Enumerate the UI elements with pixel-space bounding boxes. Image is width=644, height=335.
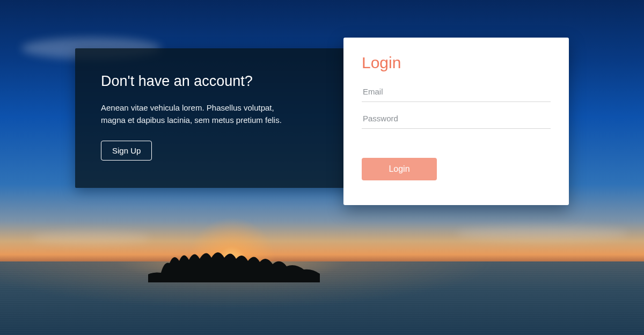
island-silhouette: [148, 245, 320, 282]
cloud-decoration: [456, 225, 628, 242]
login-card: Login Login: [343, 38, 569, 205]
email-field[interactable]: [362, 82, 551, 102]
login-button[interactable]: Login: [362, 158, 437, 180]
signup-promo-panel: Don't have an account? Aenean vitae vehi…: [75, 48, 376, 188]
cloud-decoration: [32, 231, 150, 245]
water-reflection: [0, 261, 644, 335]
password-field[interactable]: [362, 108, 551, 129]
promo-body: Aenean vitae vehicula lorem. Phasellus v…: [101, 101, 294, 127]
login-title: Login: [362, 54, 551, 72]
sign-up-button[interactable]: Sign Up: [101, 141, 152, 161]
promo-heading: Don't have an account?: [101, 73, 350, 90]
